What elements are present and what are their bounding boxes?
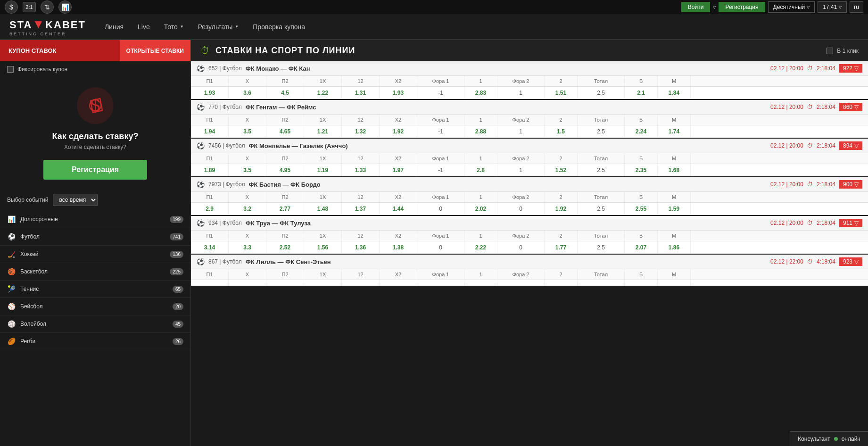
- odds-fora1[interactable]: 2.02: [464, 203, 497, 215]
- odds-x2[interactable]: 1.38: [380, 241, 417, 254]
- odds-total-b[interactable]: 2.07: [625, 241, 658, 254]
- sport-item[interactable]: ⚾ Бейсбол 20: [0, 298, 190, 315]
- odds-col-header: Фора 1: [417, 269, 464, 280]
- sport-item[interactable]: 📊 Долгосрочные 199: [0, 211, 190, 228]
- odds-fora2[interactable]: 1.5: [545, 125, 578, 138]
- odds-total-b[interactable]: 2.55: [625, 203, 658, 215]
- odds-p1[interactable]: 1.89: [191, 164, 229, 176]
- odds-1x[interactable]: 1.19: [304, 164, 342, 176]
- odds-fora1[interactable]: 2.8: [464, 164, 497, 176]
- odds-fora2[interactable]: 1.52: [545, 164, 578, 176]
- odds-p2[interactable]: 2.52: [266, 241, 304, 254]
- odds-1x[interactable]: [304, 280, 342, 286]
- game-count-badge[interactable]: 900 ▽: [839, 180, 862, 189]
- odds-12[interactable]: [342, 280, 380, 286]
- register-coupon-button[interactable]: Регистрация: [43, 160, 147, 180]
- odds-fora1[interactable]: 2.22: [464, 241, 497, 254]
- odds-p2[interactable]: 4.5: [266, 87, 304, 99]
- odds-p2[interactable]: 4.95: [266, 164, 304, 176]
- odds-p1[interactable]: 3.14: [191, 241, 229, 254]
- odds-x[interactable]: 3.2: [229, 203, 266, 215]
- sport-item[interactable]: 🏐 Волейбол 45: [0, 315, 190, 333]
- consultant-bar[interactable]: Консультант онлайн: [790, 431, 868, 446]
- nav-toto[interactable]: Тото ▼: [164, 23, 184, 31]
- game-count-badge[interactable]: 922 ▽: [839, 64, 862, 73]
- odds-fora1[interactable]: [464, 280, 497, 286]
- odds-p1[interactable]: 1.94: [191, 125, 229, 138]
- odds-x2[interactable]: [380, 280, 417, 286]
- odds-fora2[interactable]: 1.77: [545, 241, 578, 254]
- odds-x2[interactable]: 1.93: [380, 87, 417, 99]
- odds-x[interactable]: 3.3: [229, 241, 266, 254]
- game-count-badge[interactable]: 894 ▽: [839, 141, 862, 150]
- odds-total-b[interactable]: 2.35: [625, 164, 658, 176]
- language-selector[interactable]: ru: [850, 1, 863, 13]
- odds-col-header: П2: [266, 115, 304, 125]
- format-chevron: ▽: [807, 5, 810, 9]
- sport-item[interactable]: ⚽ Футбол 741: [0, 228, 190, 246]
- odds-col-header: 12: [342, 76, 380, 86]
- nav-live[interactable]: Live: [138, 23, 150, 31]
- odds-1x[interactable]: 1.48: [304, 203, 342, 215]
- odds-total-m[interactable]: [658, 280, 691, 286]
- odds-row: [191, 280, 868, 286]
- odds-total-b[interactable]: 2.1: [625, 87, 658, 99]
- open-bets-tab[interactable]: ОТКРЫТЫЕ СТАВКИ: [120, 40, 190, 61]
- odds-p1[interactable]: [191, 280, 229, 286]
- odds-total-m[interactable]: 1.59: [658, 203, 691, 215]
- register-button[interactable]: Регистрация: [719, 2, 765, 12]
- sport-item[interactable]: 🏀 Баскетбол 225: [0, 263, 190, 281]
- odds-col-header: Фора 2: [497, 153, 545, 164]
- odds-12[interactable]: 1.31: [342, 87, 380, 99]
- odds-x[interactable]: [229, 280, 266, 286]
- odds-1x[interactable]: 1.56: [304, 241, 342, 254]
- odds-p2[interactable]: 2.77: [266, 203, 304, 215]
- odds-x2[interactable]: 1.97: [380, 164, 417, 176]
- sport-item[interactable]: 🎾 Теннис 65: [0, 281, 190, 298]
- nav-liniya[interactable]: Линия: [105, 23, 124, 31]
- odds-1x[interactable]: 1.22: [304, 87, 342, 99]
- odds-total-m[interactable]: 1.84: [658, 87, 691, 99]
- odds-x2[interactable]: 1.44: [380, 203, 417, 215]
- odds-fora1[interactable]: 2.88: [464, 125, 497, 138]
- odds-12[interactable]: 1.36: [342, 241, 380, 254]
- odds-total-m[interactable]: 1.68: [658, 164, 691, 176]
- game-count-badge[interactable]: 911 ▽: [839, 219, 862, 227]
- odds-12[interactable]: 1.37: [342, 203, 380, 215]
- odds-col-header: Фора 2: [497, 115, 545, 125]
- nav-check-coupon[interactable]: Проверка купона: [253, 23, 305, 31]
- odds-total-b[interactable]: [625, 280, 658, 286]
- odds-12[interactable]: 1.33: [342, 164, 380, 176]
- game-count-badge[interactable]: 860 ▽: [839, 103, 862, 111]
- coupon-header: КУПОН СТАВОК ОТКРЫТЫЕ СТАВКИ: [0, 40, 190, 61]
- game-count-badge[interactable]: 923 ▽: [839, 257, 862, 266]
- sport-item[interactable]: 🏒 Хоккей 136: [0, 246, 190, 263]
- odds-format-button[interactable]: Десятичный ▽: [768, 1, 815, 13]
- odds-total-m[interactable]: 1.86: [658, 241, 691, 254]
- odds-p2[interactable]: [266, 280, 304, 286]
- odds-fora2[interactable]: 1.51: [545, 87, 578, 99]
- nav-results[interactable]: Результаты ▼: [198, 23, 239, 31]
- odds-total-b[interactable]: 2.24: [625, 125, 658, 138]
- v1klick-checkbox[interactable]: [827, 48, 833, 54]
- odds-x[interactable]: 3.5: [229, 164, 266, 176]
- odds-fora2[interactable]: 1.92: [545, 203, 578, 215]
- odds-p1[interactable]: 1.93: [191, 87, 229, 99]
- odds-p2[interactable]: 4.65: [266, 125, 304, 138]
- coupon-tab[interactable]: КУПОН СТАВОК: [0, 40, 120, 61]
- events-select[interactable]: все время: [53, 194, 98, 206]
- login-button[interactable]: Войти: [681, 2, 711, 12]
- odds-x[interactable]: 3.5: [229, 125, 266, 138]
- odds-total-m[interactable]: 1.74: [658, 125, 691, 138]
- count-chevron: ▽: [854, 142, 859, 149]
- fix-coupon-checkbox[interactable]: [7, 66, 14, 73]
- odds-p1[interactable]: 2.9: [191, 203, 229, 215]
- odds-12[interactable]: 1.32: [342, 125, 380, 138]
- odds-x2[interactable]: 1.92: [380, 125, 417, 138]
- game-teams: ФК Монпелье — Газелек (Аяччо): [248, 142, 347, 149]
- odds-1x[interactable]: 1.21: [304, 125, 342, 138]
- odds-fora1[interactable]: 2.83: [464, 87, 497, 99]
- odds-fora2[interactable]: [545, 280, 578, 286]
- sport-item[interactable]: 🏉 Регби 26: [0, 333, 190, 350]
- odds-x[interactable]: 3.6: [229, 87, 266, 99]
